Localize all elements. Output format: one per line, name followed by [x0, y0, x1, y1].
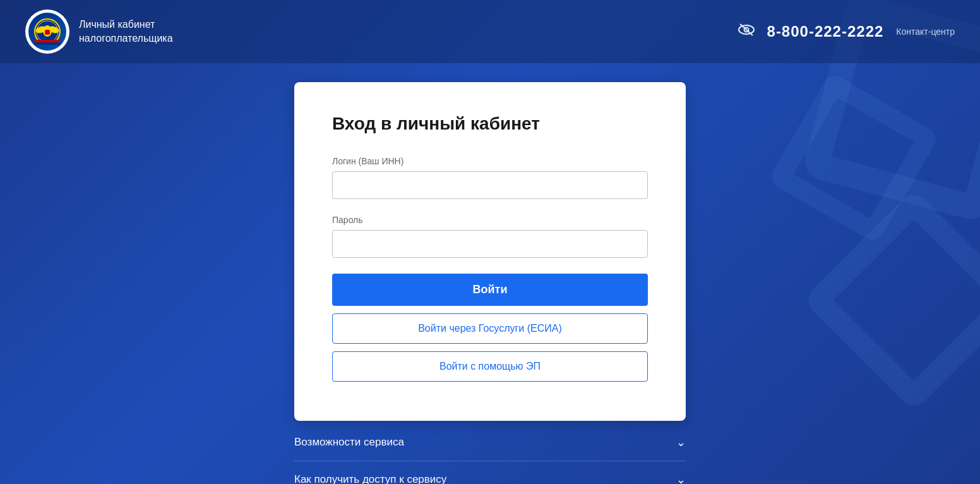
svg-rect-7 — [34, 42, 61, 45]
gosuslugi-button[interactable]: Войти через Госуслуги (ЕСИА) — [332, 313, 648, 344]
svg-rect-6 — [34, 40, 61, 42]
login-input[interactable] — [332, 171, 648, 199]
password-field-group: Пароль — [332, 215, 648, 258]
submit-button[interactable]: Войти — [332, 274, 648, 306]
access-section-title: Как получить доступ к сервису — [294, 473, 446, 484]
services-section-title: Возможности сервиса — [294, 436, 404, 449]
chevron-down-icon-1: ⌄ — [676, 435, 686, 449]
svg-rect-5 — [45, 30, 50, 35]
header-right: 8-800-222-2222 Контакт-центр — [738, 23, 955, 40]
services-section[interactable]: Возможности сервиса ⌄ — [294, 424, 686, 461]
main-content: Вход в личный кабинет Логин (Ваш ИНН) Па… — [0, 63, 980, 484]
info-sections: Возможности сервиса ⌄ Как получить досту… — [294, 424, 686, 484]
login-label: Логин (Ваш ИНН) — [332, 156, 648, 166]
header: Личный кабинет налогоплательщика 8-800-2… — [0, 0, 980, 63]
phone-number: 8-800-222-2222 — [767, 23, 884, 40]
header-left: Личный кабинет налогоплательщика — [25, 9, 173, 54]
logo — [25, 9, 69, 54]
login-title: Вход в личный кабинет — [332, 114, 648, 134]
password-label: Пароль — [332, 215, 648, 225]
password-input[interactable] — [332, 230, 648, 258]
logo-emblem — [34, 18, 61, 45]
login-card: Вход в личный кабинет Логин (Ваш ИНН) Па… — [294, 82, 686, 421]
access-section[interactable]: Как получить доступ к сервису ⌄ — [294, 461, 686, 484]
contact-center-link[interactable]: Контакт-центр — [896, 27, 955, 37]
login-field-group: Логин (Ваш ИНН) — [332, 156, 648, 199]
accessibility-icon[interactable] — [738, 23, 755, 40]
ep-button[interactable]: Войти с помощью ЭП — [332, 351, 648, 382]
header-title: Личный кабинет налогоплательщика — [79, 18, 173, 46]
chevron-down-icon-2: ⌄ — [676, 473, 686, 484]
